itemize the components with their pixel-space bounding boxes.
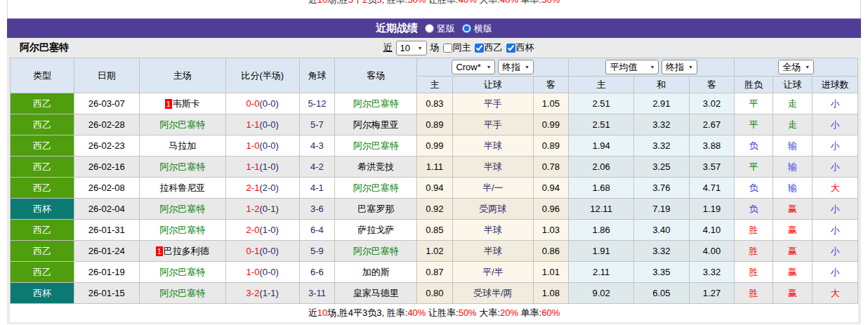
fulltime-score: 0-1 (246, 246, 260, 256)
away-team-cell: 希洪竞技 (335, 157, 417, 178)
col-header-handicap-result: 让球 (772, 77, 813, 93)
same-host-checkbox-input[interactable] (443, 44, 452, 53)
match-type-badge: 西杯 (11, 199, 74, 220)
home-team-name[interactable]: 阿尔巴塞特 (159, 204, 205, 214)
chevron-down-icon: ▼ (418, 43, 423, 53)
home-team-name[interactable]: 阿尔巴塞特 (159, 225, 205, 235)
home-team-name[interactable]: 阿尔巴塞特 (159, 119, 205, 130)
cup-checkbox-input[interactable] (506, 44, 515, 53)
home-team-cell: 马拉加 (139, 135, 225, 157)
match-date: 26-01-19 (74, 262, 139, 283)
away-team-name[interactable]: 巴塞罗那 (357, 204, 394, 214)
col-header-type: 类型 (11, 58, 74, 93)
stat-segment: 场,胜 (327, 0, 348, 5)
away-team-cell: 阿尔巴塞特 (335, 241, 417, 262)
col-header-score: 比分(半场) (225, 58, 299, 93)
halftime-score: (1-0) (259, 161, 278, 172)
home-team-name[interactable]: 韦斯卡 (173, 98, 200, 109)
average-odds-stage-select[interactable]: 终指▼ (662, 60, 697, 74)
top-clipped-stats-strip: 近10场,胜5平2负3, 胜率:50% 让胜率:40% 大率:40% 单率:50… (7, 0, 861, 18)
home-team-cell: 1巴拉多利德 (139, 241, 225, 262)
cup-label: 西杯 (516, 41, 534, 54)
goals-result: 小 (813, 135, 858, 157)
away-team-name[interactable]: 皇家马德里 (353, 288, 399, 298)
away-team-name[interactable]: 加的斯 (362, 267, 390, 277)
league-checkbox[interactable]: 西乙 (475, 41, 503, 54)
goals-result: 大 (813, 283, 858, 304)
avg-draw-odds: 3.76 (634, 178, 690, 199)
home-team-name[interactable]: 马拉加 (169, 140, 196, 151)
crow-away-odds: 0.89 (533, 135, 568, 157)
stat-segment: 60% (541, 307, 560, 318)
stat-segment: 50% (541, 0, 560, 5)
goals-result: 小 (813, 199, 858, 220)
fulltime-score: 2-1 (246, 183, 260, 193)
vertical-radio-input[interactable] (425, 24, 434, 33)
avg-draw-odds: 2.91 (634, 93, 690, 114)
horizontal-radio-input[interactable] (462, 24, 471, 33)
handicap-line: 半球 (452, 135, 533, 157)
away-team-name[interactable]: 阿尔梅里亚 (353, 119, 399, 130)
stat-segment: 大率: (477, 0, 500, 5)
period-select[interactable]: 全场▼ (778, 60, 814, 74)
score-cell: 3-2(1-1) (225, 283, 299, 304)
table-row: 西乙26-01-19阿尔巴塞特1-0(0-0)6-6加的斯0.87平/半1.01… (11, 262, 858, 283)
avg-home-odds: 1.68 (569, 178, 634, 199)
crow-home-odds: 0.87 (417, 262, 452, 283)
summary-footer: 近10场,胜4平3负3, 胜率:40% 让胜率:50% 大率:20% 单率:60… (10, 304, 858, 322)
filter-row: 阿尔巴塞特 近 10 ▼ 场 同主 西乙 西杯 (7, 38, 861, 58)
stat-segment: 负 (367, 0, 376, 5)
crow-home-odds: 0.99 (417, 135, 452, 157)
fulltime-score: 1-0 (246, 140, 260, 151)
handicap-line: 半球 (452, 220, 533, 241)
cup-checkbox[interactable]: 西杯 (506, 41, 534, 54)
crow-home-odds: 0.83 (417, 93, 452, 114)
layout-radio-horizontal[interactable]: 横版 (462, 22, 492, 35)
fulltime-score: 0-0 (246, 98, 260, 109)
match-type-badge: 西乙 (11, 178, 74, 199)
away-team-name[interactable]: 阿尔巴塞特 (353, 98, 399, 109)
score-cell: 2-0(1-0) (225, 220, 299, 241)
away-team-name[interactable]: 希洪竞技 (357, 161, 394, 172)
away-team-name[interactable]: 萨拉戈萨 (357, 225, 394, 235)
home-team-name[interactable]: 阿尔巴塞特 (159, 267, 205, 277)
corner-count: 5-12 (299, 93, 334, 114)
score-cell: 1-2(0-1) (225, 199, 299, 220)
corner-count: 3-11 (299, 283, 334, 304)
average-select[interactable]: 平均值▼ (605, 60, 659, 74)
away-team-name[interactable]: 阿尔巴塞特 (353, 183, 399, 193)
home-team-name[interactable]: 阿尔巴塞特 (159, 161, 205, 172)
layout-radio-vertical[interactable]: 竖版 (425, 22, 455, 35)
games-label: 场 (430, 41, 440, 54)
section-title: 近期战绩 (376, 22, 418, 35)
match-type-badge: 西乙 (11, 114, 74, 135)
recent-count-select[interactable]: 10 ▼ (396, 41, 427, 55)
league-label: 西乙 (485, 41, 503, 54)
same-host-checkbox[interactable]: 同主 (443, 41, 471, 54)
home-team-name[interactable]: 阿尔巴塞特 (159, 288, 205, 298)
match-date: 26-02-04 (74, 199, 139, 220)
league-checkbox-input[interactable] (475, 44, 484, 53)
bookmaker-odds-stage-select[interactable]: 终指▼ (498, 60, 534, 74)
recent-link[interactable]: 近 (383, 41, 393, 54)
away-team-name[interactable]: 阿尔巴塞特 (353, 140, 399, 151)
avg-home-odds: 2.51 (569, 93, 634, 114)
home-team-name[interactable]: 拉科鲁尼亚 (159, 183, 205, 193)
away-team-name[interactable]: 阿尔巴塞特 (353, 246, 399, 256)
halftime-score: (0-0) (259, 98, 278, 109)
crow-home-odds: 0.80 (417, 283, 452, 304)
stat-segment: 50% (407, 0, 426, 5)
stat-segment: 单率: (518, 0, 541, 5)
bookmaker-select[interactable]: Crow*▼ (452, 60, 495, 74)
home-team-name[interactable]: 巴拉多利德 (164, 246, 209, 256)
winlose-result: 胜 (735, 262, 772, 283)
avg-away-odds: 1.27 (689, 283, 735, 304)
match-date: 26-02-23 (74, 135, 139, 157)
avg-away-odds: 1.19 (689, 199, 735, 220)
avg-away-odds: 3.32 (689, 262, 735, 283)
halftime-score: (0-0) (259, 119, 278, 130)
avg-draw-odds: 3.32 (634, 114, 690, 135)
crow-away-odds: 0.78 (533, 157, 568, 178)
page: 近10场,胜5平2负3, 胜率:50% 让胜率:40% 大率:40% 单率:50… (7, 0, 861, 324)
winlose-result: 负 (735, 178, 772, 199)
